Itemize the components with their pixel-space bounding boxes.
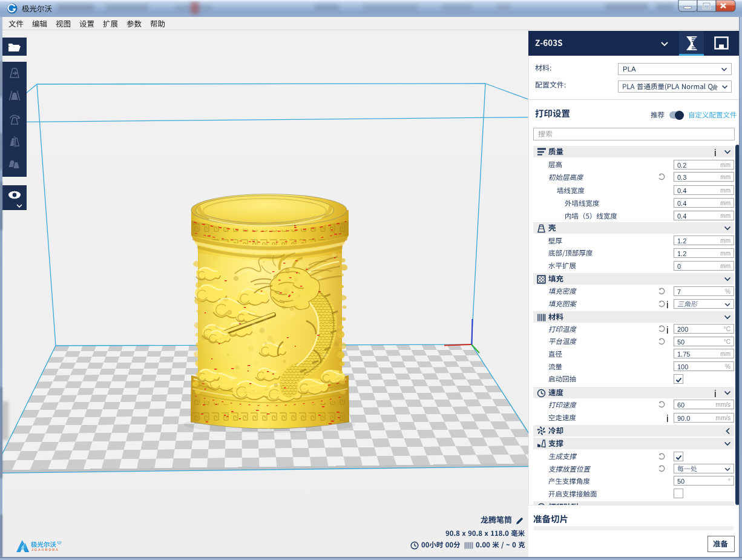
svg-text:R: R (59, 541, 61, 544)
